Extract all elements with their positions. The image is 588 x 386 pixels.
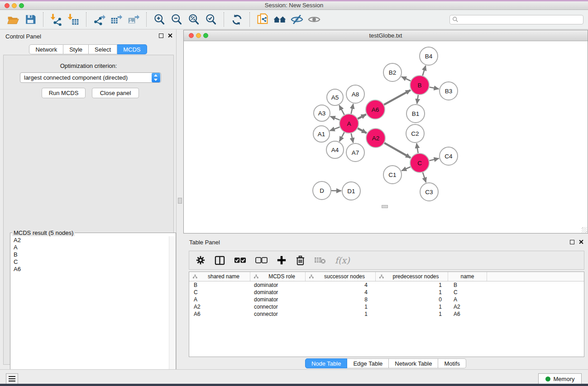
tab-select[interactable]: Select: [89, 44, 117, 54]
graph-edge-A6-B[interactable]: [384, 90, 411, 105]
table-cell[interactable]: A: [189, 296, 250, 303]
table-row[interactable]: Adominator80A: [189, 296, 584, 303]
graph-edge-C-C4[interactable]: [429, 158, 439, 161]
graph-edge-A-A4[interactable]: [339, 132, 344, 141]
graph-edge-C-C1[interactable]: [402, 167, 411, 171]
tab-network[interactable]: Network: [29, 44, 63, 54]
horizontal-splitter-handle[interactable]: [382, 205, 388, 208]
table-cell[interactable]: dominator: [250, 281, 306, 289]
graph-edge-A-A5[interactable]: [339, 105, 344, 115]
zoom-selected-icon[interactable]: [204, 12, 218, 27]
table-row[interactable]: Bdominator41B: [189, 281, 584, 289]
graph-edge-B-B1[interactable]: [417, 95, 418, 104]
clone-network-icon[interactable]: [255, 12, 270, 27]
table-cell[interactable]: A2: [189, 303, 250, 310]
mcds-result-item[interactable]: A6: [11, 265, 169, 272]
export-table-icon[interactable]: [109, 12, 124, 27]
deselect-all-icon[interactable]: [255, 253, 268, 267]
graph-edge-A-A1[interactable]: [330, 127, 340, 131]
table-cell[interactable]: connector: [250, 310, 306, 318]
mcds-result-item[interactable]: A2: [11, 236, 169, 243]
run-mcds-button[interactable]: Run MCDS: [42, 88, 86, 98]
mcds-list-scrollbar[interactable]: [169, 236, 175, 386]
table-cell[interactable]: 1: [376, 310, 448, 318]
table-cell[interactable]: B: [448, 281, 487, 289]
export-network-icon[interactable]: [92, 12, 106, 27]
tab-style[interactable]: Style: [63, 44, 89, 54]
graph-edge-A-A3[interactable]: [330, 116, 340, 120]
table-cell[interactable]: A2: [448, 303, 487, 310]
column-header-MCDS-role[interactable]: MCDS role: [250, 272, 306, 281]
tab-node-table[interactable]: Node Table: [305, 358, 348, 368]
graph-edge-B-B4[interactable]: [423, 66, 426, 76]
tab-network-table[interactable]: Network Table: [389, 358, 438, 368]
table-cell[interactable]: dominator: [250, 289, 306, 296]
mcds-result-item[interactable]: A: [11, 243, 169, 251]
column-header-predecessor-nodes[interactable]: predecessor nodes: [376, 272, 448, 281]
add-column-icon[interactable]: [277, 253, 287, 267]
graph-edge-C-C3[interactable]: [423, 172, 426, 182]
table-cell[interactable]: 1: [306, 310, 376, 318]
graph-edge-A-A6[interactable]: [358, 114, 366, 119]
vertical-splitter-handle[interactable]: [178, 198, 182, 204]
network-close-button[interactable]: [189, 33, 194, 38]
show-all-icon[interactable]: [307, 12, 321, 27]
float-panel-icon[interactable]: [159, 33, 163, 38]
graph-edge-C-C2[interactable]: [416, 143, 418, 153]
table-cell[interactable]: 1: [376, 281, 448, 289]
table-cell[interactable]: A: [448, 296, 487, 303]
mcds-result-item[interactable]: B: [11, 251, 169, 258]
import-network-icon[interactable]: [49, 12, 63, 27]
home-icon[interactable]: [272, 12, 287, 27]
window-resize-grip[interactable]: [582, 227, 587, 233]
table-cell[interactable]: 4: [306, 289, 376, 296]
import-table-icon[interactable]: [66, 12, 81, 27]
column-header-successor-nodes[interactable]: successor nodes: [306, 272, 376, 281]
close-table-panel-icon[interactable]: [578, 239, 583, 244]
save-session-icon[interactable]: [23, 12, 38, 27]
table-cell[interactable]: A6: [448, 310, 487, 318]
refresh-icon[interactable]: [229, 12, 244, 27]
table-cell[interactable]: B: [189, 281, 250, 289]
table-cell[interactable]: 1: [376, 289, 448, 296]
table-cell[interactable]: 0: [376, 296, 448, 303]
export-image-icon[interactable]: [126, 12, 141, 27]
tab-motifs[interactable]: Motifs: [438, 358, 466, 368]
graph-edge-A-A2[interactable]: [358, 129, 367, 133]
close-panel-icon[interactable]: [167, 33, 172, 38]
hide-selected-icon[interactable]: [290, 12, 304, 27]
criterion-select[interactable]: largest connected component (directed): [20, 72, 161, 83]
table-cell[interactable]: 4: [306, 281, 376, 289]
tab-mcds[interactable]: MCDS: [117, 44, 147, 54]
network-maximize-button[interactable]: [203, 33, 208, 38]
table-cell[interactable]: 8: [306, 296, 376, 303]
table-cell[interactable]: dominator: [250, 296, 306, 303]
tab-edge-table[interactable]: Edge Table: [347, 358, 389, 368]
open-session-icon[interactable]: [6, 12, 20, 27]
graph-edge-A2-C[interactable]: [384, 143, 411, 158]
zoom-fit-icon[interactable]: [186, 12, 201, 27]
table-cell[interactable]: A6: [189, 310, 250, 318]
float-table-panel-icon[interactable]: [570, 240, 574, 244]
memory-button[interactable]: Memory: [538, 373, 582, 384]
network-minimize-button[interactable]: [196, 33, 201, 38]
graph-edge-A-A8[interactable]: [351, 104, 354, 114]
zoom-in-icon[interactable]: [152, 12, 167, 27]
column-header-name[interactable]: name: [448, 272, 487, 281]
maximize-window-button[interactable]: [19, 3, 24, 8]
table-row[interactable]: Cdominator41C: [189, 289, 584, 296]
close-panel-button[interactable]: Close panel: [92, 88, 139, 98]
close-window-button[interactable]: [5, 3, 10, 8]
network-graph-canvas[interactable]: B4B2BB3B1A5A8A6A3AA1C2A2A4A7C4CC1C3DD1: [184, 41, 588, 233]
table-row[interactable]: A2connector11A2: [189, 303, 584, 310]
table-cell[interactable]: 1: [306, 303, 376, 310]
table-cell[interactable]: connector: [250, 303, 306, 310]
table-cell[interactable]: C: [189, 289, 250, 296]
table-settings-icon[interactable]: [196, 253, 206, 267]
delete-column-icon[interactable]: [296, 253, 305, 267]
show-columns-icon[interactable]: [215, 253, 225, 267]
search-input[interactable]: [459, 16, 581, 23]
zoom-out-icon[interactable]: [169, 12, 184, 27]
table-cell[interactable]: 1: [376, 303, 448, 310]
graph-edge-A-A7[interactable]: [351, 133, 354, 143]
